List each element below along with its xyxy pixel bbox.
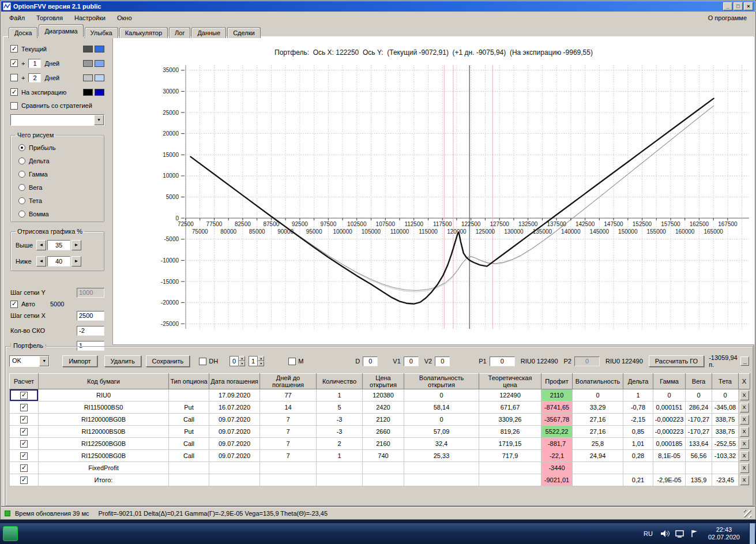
line-color-swatch[interactable] xyxy=(95,60,104,67)
calc-cell[interactable]: ✓ xyxy=(10,462,39,474)
radio-gamma[interactable]: Гамма xyxy=(16,167,99,181)
tab-diagram[interactable]: Диаграмма xyxy=(39,24,83,37)
row-calc-checkbox[interactable]: ✓ xyxy=(20,428,28,436)
menu-item-window[interactable]: Окно xyxy=(111,13,138,23)
col-header-qty[interactable]: Количество xyxy=(317,374,363,389)
chevron-down-icon[interactable]: ▼ xyxy=(39,356,49,366)
row-calc-checkbox[interactable]: ✓ xyxy=(20,392,28,399)
increase-below-button[interactable]: ► xyxy=(72,256,81,267)
spinner-down-icon[interactable]: ▼ xyxy=(258,361,264,366)
col-header-code[interactable]: Код бумаги xyxy=(39,374,169,389)
plus2-checkbox[interactable] xyxy=(10,74,18,81)
row-calc-checkbox[interactable]: ✓ xyxy=(20,440,28,448)
radio-vomma[interactable]: Вомма xyxy=(16,207,99,220)
grid-y-input[interactable]: 1000 xyxy=(77,288,104,298)
line-color-swatch[interactable] xyxy=(95,74,104,81)
calc-cell[interactable]: ✓ xyxy=(10,426,39,438)
col-header-gamma[interactable]: Гамма xyxy=(653,374,686,389)
tab-log[interactable]: Лог xyxy=(169,27,190,38)
delete-row-button[interactable]: X xyxy=(740,427,749,437)
plus1-days-input[interactable]: 1 xyxy=(28,59,41,68)
p1-field-input[interactable]: 0 xyxy=(490,357,515,366)
line-color-swatch[interactable] xyxy=(83,74,93,81)
radio-delta[interactable]: Дельта xyxy=(16,154,99,167)
row-calc-checkbox[interactable]: ✓ xyxy=(20,464,28,472)
tray-clock[interactable]: 22:43 02.07.2020 xyxy=(708,526,740,541)
flag-icon[interactable] xyxy=(690,529,700,538)
spinner-up-icon[interactable]: ▲ xyxy=(239,356,245,361)
v1-field-input[interactable]: 0 xyxy=(404,357,419,366)
line-color-swatch[interactable] xyxy=(83,60,93,67)
col-header-del[interactable]: X xyxy=(739,374,750,389)
menu-item-trading[interactable]: Торговля xyxy=(31,13,69,23)
spinner-down-icon[interactable]: ▼ xyxy=(239,361,245,366)
p2-field-input[interactable]: 0 xyxy=(574,357,600,366)
row-calc-checkbox[interactable]: ✓ xyxy=(20,477,28,484)
col-header-theo[interactable]: Теоретическая цена xyxy=(479,374,541,389)
d-field-input[interactable]: 0 xyxy=(363,357,378,366)
delete-row-button[interactable]: X xyxy=(740,391,749,400)
monitor-icon[interactable] xyxy=(675,529,685,538)
current-checkbox[interactable]: ✓ xyxy=(10,45,18,52)
col-header-open[interactable]: Цена открытия xyxy=(363,374,404,389)
radio-profit[interactable]: Прибыль xyxy=(16,141,99,154)
col-header-open_vol[interactable]: Волатильность открытия xyxy=(404,374,479,389)
increase-above-button[interactable]: ► xyxy=(72,240,81,250)
import-button[interactable]: Импорт xyxy=(62,355,97,367)
calc-cell[interactable]: ✓ xyxy=(10,450,39,462)
line-color-swatch[interactable] xyxy=(95,89,104,96)
decrease-above-button[interactable]: ◄ xyxy=(36,240,46,250)
radio-theta[interactable]: Тета xyxy=(16,194,99,207)
taskbar-app-icon[interactable] xyxy=(3,526,18,541)
line-color-swatch[interactable] xyxy=(83,46,93,52)
col-header-delta[interactable]: Дельта xyxy=(623,374,653,389)
sko-count-input[interactable]: -2 xyxy=(77,326,104,336)
calc-margin-button[interactable]: Рассчитать ГО xyxy=(649,355,704,367)
dh-spinner-2-value[interactable]: 1 xyxy=(249,356,258,366)
tab-board[interactable]: Доска xyxy=(9,27,37,38)
profit-chart[interactable]: -25000-20000-15000-10000-500005000100001… xyxy=(113,37,755,345)
save-button[interactable]: Сохранить xyxy=(146,355,190,367)
row-calc-checkbox[interactable]: ✓ xyxy=(20,416,28,423)
show-desktop-button[interactable] xyxy=(749,523,755,544)
spinner-up-icon[interactable]: ▲ xyxy=(258,356,264,361)
col-header-date[interactable]: Дата погашения xyxy=(209,374,260,389)
compare-strategy-checkbox[interactable] xyxy=(10,102,18,110)
row-calc-checkbox[interactable]: ✓ xyxy=(20,452,28,460)
volume-icon[interactable] xyxy=(660,529,670,538)
about-menu-item[interactable]: О программе xyxy=(702,13,753,23)
calc-cell[interactable]: ✓ xyxy=(10,389,39,402)
collapse-button[interactable]: _ xyxy=(740,357,749,366)
col-header-vega[interactable]: Вега xyxy=(686,374,712,389)
delete-row-button[interactable]: X xyxy=(740,475,749,485)
tab-smile[interactable]: Улыбка xyxy=(85,27,118,38)
auto-grid-checkbox[interactable]: ✓ xyxy=(10,301,18,308)
col-header-type[interactable]: Тип опциона xyxy=(169,374,209,389)
calc-cell[interactable]: ✓ xyxy=(10,474,39,486)
maximize-button[interactable]: □ xyxy=(734,2,743,10)
delete-row-button[interactable]: X xyxy=(740,403,749,412)
col-header-days[interactable]: Дней до погашения xyxy=(260,374,317,389)
strategy-select[interactable]: ▼ xyxy=(10,114,104,126)
delete-row-button[interactable]: X xyxy=(740,451,749,461)
delete-row-button[interactable]: X xyxy=(740,415,749,425)
col-header-vol[interactable]: Волатильность xyxy=(573,374,623,389)
v2-field-input[interactable]: 0 xyxy=(435,357,450,366)
plus2-days-input[interactable]: 2 xyxy=(28,73,41,82)
calc-cell[interactable]: ✓ xyxy=(10,402,39,414)
menu-item-file[interactable]: Файл xyxy=(3,13,31,23)
col-header-profit[interactable]: Профит xyxy=(541,374,573,389)
above-value[interactable]: 35 xyxy=(47,240,70,250)
minimize-button[interactable]: _ xyxy=(723,2,732,10)
preset-select[interactable]: OK ▼ xyxy=(9,355,50,367)
chart-area[interactable]: Портфель: Ось X: 122250 Ось Y: (Текущий … xyxy=(112,37,754,345)
dh-checkbox[interactable] xyxy=(199,358,206,365)
tab-calculator[interactable]: Калькулятор xyxy=(119,27,168,38)
chevron-down-icon[interactable]: ▼ xyxy=(94,115,104,125)
calc-cell[interactable]: ✓ xyxy=(10,438,39,450)
m-checkbox[interactable] xyxy=(288,358,296,365)
menu-item-settings[interactable]: Настройки xyxy=(69,13,111,23)
tab-trades[interactable]: Сделки xyxy=(227,27,261,38)
tab-data[interactable]: Данные xyxy=(191,27,226,38)
calc-cell[interactable]: ✓ xyxy=(10,414,39,426)
